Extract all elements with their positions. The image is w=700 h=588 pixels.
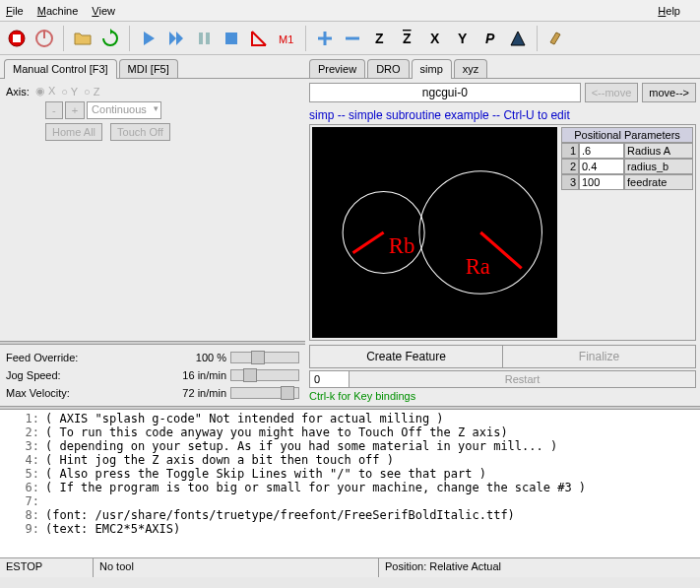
svg-text:P: P	[485, 31, 495, 46]
rb-label: Rb	[389, 233, 415, 258]
create-feature-button[interactable]: Create Feature	[310, 346, 503, 367]
view-x-icon[interactable]: X	[422, 26, 448, 51]
param-index: 3	[561, 174, 579, 190]
tab-preview[interactable]: Preview	[309, 59, 365, 78]
statusbar: ESTOP No tool Position: Relative Actual	[0, 557, 700, 577]
svg-text:X: X	[430, 31, 440, 46]
menubar: File Machine View Help	[0, 0, 700, 22]
param-row: 20.4radius_b	[561, 159, 693, 174]
open-file-icon[interactable]	[70, 26, 95, 51]
skip-lines-icon[interactable]	[246, 26, 272, 51]
view-rotate-icon[interactable]	[505, 26, 531, 51]
finalize-button[interactable]: Finalize	[503, 346, 695, 367]
jog-mode-select[interactable]: Continuous	[87, 101, 161, 119]
power-icon[interactable]	[32, 26, 57, 51]
menu-help[interactable]: Help	[658, 5, 680, 17]
restart-number[interactable]: 0	[310, 371, 350, 387]
toolbar: M1 Z Z X Y P	[0, 22, 700, 55]
max-velocity-value: 72 in/min	[171, 387, 230, 399]
max-velocity-label: Max Velocity:	[6, 387, 171, 399]
key-bindings-hint: Ctrl-k for Key bindings	[309, 390, 696, 402]
step-icon[interactable]	[163, 26, 189, 51]
svg-text:Y: Y	[458, 31, 468, 46]
svg-text:M1: M1	[279, 33, 293, 45]
view-p-icon[interactable]: P	[477, 26, 503, 51]
restart-button[interactable]: Restart	[350, 371, 695, 387]
play-icon[interactable]	[136, 26, 161, 51]
jog-minus-button[interactable]: -	[45, 101, 63, 119]
menu-view[interactable]: View	[92, 5, 115, 17]
menu-machine[interactable]: Machine	[37, 5, 79, 17]
gcode-listing: 1:( AXIS "splash g-code" Not intended fo…	[0, 410, 700, 557]
jog-plus-button[interactable]: +	[65, 101, 85, 119]
menu-file[interactable]: File	[6, 5, 24, 17]
param-index: 1	[561, 143, 579, 159]
param-row: 3100feedrate	[561, 174, 693, 190]
param-name: radius_b	[624, 159, 693, 174]
param-value-input[interactable]: 0.4	[579, 159, 624, 174]
touch-off-button[interactable]: Touch Off	[110, 123, 170, 141]
view-z-icon[interactable]: Z	[367, 26, 393, 51]
param-value-input[interactable]: .6	[579, 143, 624, 159]
param-row: 1.6Radius A	[561, 143, 693, 159]
status-position: Position: Relative Actual	[379, 558, 700, 577]
svg-rect-4	[199, 33, 203, 44]
optional-stop-icon[interactable]: M1	[274, 26, 299, 51]
status-tool: No tool	[94, 558, 379, 577]
zoom-out-icon[interactable]	[340, 26, 365, 51]
params-panel: Positional Parameters 1.6Radius A20.4rad…	[561, 127, 693, 338]
feed-override-slider[interactable]	[230, 352, 299, 363]
axis-label: Axis:	[6, 86, 30, 98]
svg-text:Z: Z	[375, 31, 384, 46]
axis-y-radio: ○ Y	[61, 86, 78, 98]
move-left-button[interactable]: <--move	[585, 83, 639, 102]
param-value-input[interactable]: 100	[579, 174, 624, 190]
params-header: Positional Parameters	[561, 127, 693, 143]
jog-speed-slider[interactable]	[230, 369, 299, 381]
right-tabs: Preview DRO simp xyz	[305, 55, 700, 79]
axis-x-radio: ◉ X	[35, 85, 55, 98]
tab-mdi[interactable]: MDI [F5]	[119, 59, 178, 78]
feed-override-label: Feed Override:	[6, 352, 171, 363]
tab-dro[interactable]: DRO	[367, 59, 409, 78]
param-index: 2	[561, 159, 579, 174]
feed-override-value: 100 %	[171, 352, 230, 363]
jog-speed-value: 16 in/min	[171, 369, 230, 381]
max-velocity-slider[interactable]	[230, 387, 299, 399]
svg-text:Z: Z	[403, 31, 412, 46]
move-right-button[interactable]: move-->	[642, 83, 696, 102]
param-name: Radius A	[624, 143, 693, 159]
view-z2-icon[interactable]: Z	[395, 26, 420, 51]
tab-manual-control[interactable]: Manual Control [F3]	[4, 59, 117, 78]
svg-rect-1	[13, 34, 21, 42]
svg-line-17	[353, 232, 384, 253]
svg-rect-6	[225, 33, 237, 44]
axis-z-radio: ○ Z	[84, 86, 99, 98]
view-y-icon[interactable]: Y	[450, 26, 476, 51]
subroutine-desc: simp -- simple subroutine example -- Ctr…	[309, 108, 696, 122]
reload-icon[interactable]	[97, 26, 123, 51]
param-name: feedrate	[624, 174, 693, 190]
tab-xyz[interactable]: xyz	[454, 59, 488, 78]
zoom-in-icon[interactable]	[312, 26, 338, 51]
jog-speed-label: Jog Speed:	[6, 369, 171, 381]
left-tabs: Manual Control [F3] MDI [F5]	[0, 55, 305, 79]
clear-plot-icon[interactable]	[543, 26, 569, 51]
pause-icon[interactable]	[191, 26, 217, 51]
stop-icon[interactable]	[219, 26, 244, 51]
status-estop: ESTOP	[0, 558, 94, 577]
estop-icon[interactable]	[4, 26, 30, 51]
svg-rect-5	[206, 33, 210, 44]
ngcgui-title: ngcgui-0	[309, 83, 581, 102]
preview-canvas: Rb Ra	[312, 127, 557, 338]
tab-simp[interactable]: simp	[412, 59, 452, 78]
ra-label: Ra	[466, 254, 490, 279]
home-all-button[interactable]: Home All	[45, 123, 102, 141]
